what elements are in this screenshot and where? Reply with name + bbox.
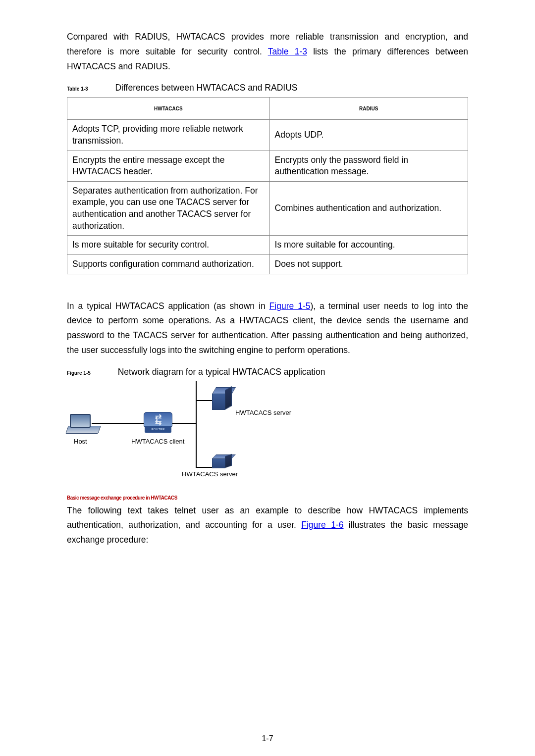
- router-badge: ROUTER: [144, 428, 172, 431]
- network-diagram: Host ⇄⇆ ROUTER HWTACACS client HWTACACS …: [67, 381, 468, 475]
- network-link-server-bottom-h: [196, 467, 213, 468]
- table-row: Separates authentication from authorizat…: [67, 181, 468, 236]
- figure-caption-number: Figure 1-5: [67, 370, 91, 376]
- host-icon: [67, 414, 99, 433]
- table-cell: Adopts TCP, providing more reliable netw…: [67, 120, 270, 151]
- table-row: Adopts TCP, providing more reliable netw…: [67, 120, 468, 151]
- table-caption: Table 1-3 Differences between HWTACACS a…: [67, 83, 468, 93]
- router-icon: ⇄⇆ ROUTER: [144, 412, 172, 435]
- mid-paragraph: In a typical HWTACACS application (as sh…: [67, 299, 468, 358]
- figure-1-6-link[interactable]: Figure 1-6: [301, 520, 343, 530]
- server-bottom-label: HWTACACS server: [182, 470, 238, 478]
- figure-caption-text: Network diagram for a typical HWTACACS a…: [118, 367, 325, 377]
- table-row: Encrypts the entire message except the H…: [67, 151, 468, 181]
- table-cell: Is more suitable for security control.: [67, 236, 270, 255]
- network-link-router-trunk: [168, 423, 196, 424]
- network-link-host-router: [92, 423, 149, 424]
- table-header-radius: RADIUS: [269, 98, 468, 120]
- table-row: Supports configuration command authoriza…: [67, 254, 468, 274]
- tail-paragraph: The following text takes telnet user as …: [67, 504, 468, 548]
- table-header-hwtacacs: HWTACACS: [67, 98, 270, 120]
- table-cell: Does not support.: [269, 254, 468, 274]
- page-number: 1-7: [0, 734, 535, 743]
- table-caption-number: Table 1-3: [67, 86, 88, 92]
- page: Compared with RADIUS, HWTACACS provides …: [0, 0, 535, 756]
- server-icon: [212, 387, 232, 410]
- figure-caption: Figure 1-5 Network diagram for a typical…: [67, 367, 468, 377]
- server-icon: [212, 454, 232, 468]
- table-cell: Separates authentication from authorizat…: [67, 181, 270, 236]
- network-link-vertical: [196, 381, 197, 468]
- intro-paragraph: Compared with RADIUS, HWTACACS provides …: [67, 30, 468, 74]
- table-cell: Adopts UDP.: [269, 120, 468, 151]
- mid-text-1: In a typical HWTACACS application (as sh…: [67, 301, 269, 311]
- server-top-label: HWTACACS server: [235, 409, 291, 416]
- figure-1-5-link[interactable]: Figure 1-5: [269, 301, 311, 311]
- table-cell: Encrypts only the password field in auth…: [269, 151, 468, 181]
- client-label: HWTACACS client: [131, 438, 184, 445]
- table-caption-text: Differences between HWTACACS and RADIUS: [115, 83, 297, 93]
- table-1-3-link[interactable]: Table 1-3: [268, 47, 307, 56]
- section-heading: Basic message exchange procedure in HWTA…: [67, 495, 468, 501]
- table-cell: Is more suitable for accounting.: [269, 236, 468, 255]
- table-cell: Combines authentication and authorizatio…: [269, 181, 468, 236]
- table-cell: Encrypts the entire message except the H…: [67, 151, 270, 181]
- table-cell: Supports configuration command authoriza…: [67, 254, 270, 274]
- differences-table: HWTACACS RADIUS Adopts TCP, providing mo…: [67, 97, 468, 274]
- network-link-server-top: [196, 400, 213, 401]
- host-label: Host: [74, 438, 87, 445]
- table-row: Is more suitable for security control. I…: [67, 236, 468, 255]
